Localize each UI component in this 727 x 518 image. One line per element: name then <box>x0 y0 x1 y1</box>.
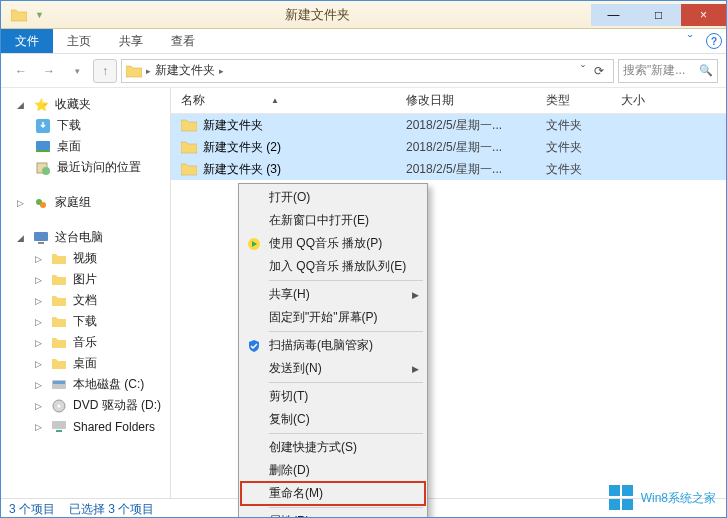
tri-closed-icon: ▷ <box>35 317 45 327</box>
address-dropdown-icon[interactable]: ˇ <box>581 64 585 78</box>
ctx-create-shortcut[interactable]: 创建快捷方式(S) <box>241 436 425 459</box>
sidebar-item-documents[interactable]: ▷文档 <box>1 290 170 311</box>
tri-closed-icon: ▷ <box>35 254 45 264</box>
sidebar-item-desktop[interactable]: 桌面 <box>1 136 170 157</box>
ctx-separator <box>269 280 423 281</box>
close-button[interactable]: × <box>681 4 726 26</box>
ctx-cut[interactable]: 剪切(T) <box>241 385 425 408</box>
ctx-send-to[interactable]: 发送到(N)▶ <box>241 357 425 380</box>
shield-icon <box>246 338 262 354</box>
search-icon: 🔍 <box>699 64 713 77</box>
submenu-arrow-icon: ▶ <box>412 290 419 300</box>
ribbon-expand-icon[interactable]: ˇ <box>678 29 702 53</box>
tab-view[interactable]: 查看 <box>157 29 209 53</box>
svg-rect-7 <box>34 232 48 241</box>
forward-button[interactable]: → <box>37 59 61 83</box>
ctx-delete[interactable]: 删除(D) <box>241 459 425 482</box>
drive-icon <box>51 377 67 393</box>
sidebar-this-pc[interactable]: ◢这台电脑 <box>1 227 170 248</box>
sidebar-item-desktop2[interactable]: ▷桌面 <box>1 353 170 374</box>
file-row[interactable]: 新建文件夹 (3) 2018/2/5/星期一... 文件夹 <box>171 158 726 180</box>
column-headers: 名称▲ 修改日期 类型 大小 <box>171 88 726 114</box>
help-icon[interactable]: ? <box>702 29 726 53</box>
qq-music-icon <box>246 236 262 252</box>
sidebar-item-music[interactable]: ▷音乐 <box>1 332 170 353</box>
watermark: Win8系统之家 <box>609 485 716 511</box>
selection-count: 已选择 3 个项目 <box>69 501 154 518</box>
up-button[interactable]: ↑ <box>93 59 117 83</box>
folder-icon <box>51 272 67 288</box>
sidebar-item-dvd[interactable]: ▷DVD 驱动器 (D:) <box>1 395 170 416</box>
maximize-button[interactable]: □ <box>636 4 681 26</box>
ctx-separator <box>269 331 423 332</box>
sidebar-item-videos[interactable]: ▷视频 <box>1 248 170 269</box>
svg-rect-13 <box>52 421 66 429</box>
tri-closed-icon: ▷ <box>35 296 45 306</box>
ctx-separator <box>269 382 423 383</box>
caret-down-icon[interactable]: ▼ <box>35 10 44 20</box>
sidebar-item-pictures[interactable]: ▷图片 <box>1 269 170 290</box>
download-icon <box>35 118 51 134</box>
col-size[interactable]: 大小 <box>621 92 691 109</box>
star-icon: ⭐ <box>33 97 49 113</box>
refresh-icon[interactable]: ⟳ <box>589 64 609 78</box>
tab-share[interactable]: 共享 <box>105 29 157 53</box>
col-date[interactable]: 修改日期 <box>406 92 546 109</box>
tri-closed-icon: ▷ <box>35 401 45 411</box>
folder-app-icon <box>9 5 29 25</box>
ctx-share[interactable]: 共享(H)▶ <box>241 283 425 306</box>
folder-icon <box>51 251 67 267</box>
tri-closed-icon: ▷ <box>35 422 45 432</box>
ctx-separator <box>269 433 423 434</box>
ctx-rename[interactable]: 重命名(M) <box>241 482 425 505</box>
file-row[interactable]: 新建文件夹 2018/2/5/星期一... 文件夹 <box>171 114 726 136</box>
sidebar-item-downloads[interactable]: 下载 <box>1 115 170 136</box>
minimize-button[interactable]: — <box>591 4 636 26</box>
sidebar-item-downloads2[interactable]: ▷下载 <box>1 311 170 332</box>
item-count: 3 个项目 <box>9 501 55 518</box>
sidebar-homegroup[interactable]: ▷家庭组 <box>1 192 170 213</box>
ctx-qq-queue[interactable]: 加入 QQ音乐 播放队列(E) <box>241 255 425 278</box>
svg-rect-1 <box>36 141 50 150</box>
col-type[interactable]: 类型 <box>546 92 621 109</box>
tri-closed-icon: ▷ <box>35 275 45 285</box>
breadcrumb-segment[interactable]: 新建文件夹 <box>155 62 215 79</box>
chevron-right-icon[interactable]: ▸ <box>219 66 224 76</box>
file-tab[interactable]: 文件 <box>1 29 53 53</box>
folder-icon <box>181 161 197 177</box>
tri-open-icon: ◢ <box>17 100 27 110</box>
ribbon-tabs: 文件 主页 共享 查看 ˇ ? <box>1 29 726 54</box>
sidebar-item-disk-c[interactable]: ▷本地磁盘 (C:) <box>1 374 170 395</box>
title-bar: ▼ 新建文件夹 — □ × <box>1 1 726 29</box>
search-input[interactable]: 搜索"新建... 🔍 <box>618 59 718 83</box>
folder-icon <box>126 63 142 79</box>
chevron-right-icon[interactable]: ▸ <box>146 66 151 76</box>
svg-rect-2 <box>36 150 50 152</box>
col-name[interactable]: 名称▲ <box>171 92 406 109</box>
sidebar-item-recent[interactable]: 最近访问的位置 <box>1 157 170 178</box>
history-dropdown-icon[interactable]: ▾ <box>65 59 89 83</box>
ctx-qq-play[interactable]: 使用 QQ音乐 播放(P) <box>241 232 425 255</box>
ctx-pin-start[interactable]: 固定到"开始"屏幕(P) <box>241 306 425 329</box>
homegroup-icon <box>33 195 49 211</box>
ctx-scan-virus[interactable]: 扫描病毒(电脑管家) <box>241 334 425 357</box>
ctx-open-new-window[interactable]: 在新窗口中打开(E) <box>241 209 425 232</box>
svg-point-4 <box>42 167 50 175</box>
tab-home[interactable]: 主页 <box>53 29 105 53</box>
address-bar[interactable]: ▸ 新建文件夹 ▸ ˇ ⟳ <box>121 59 614 83</box>
ctx-copy[interactable]: 复制(C) <box>241 408 425 431</box>
tri-closed-icon: ▷ <box>35 338 45 348</box>
back-button[interactable]: ← <box>9 59 33 83</box>
folder-icon <box>51 335 67 351</box>
sidebar-favorites[interactable]: ◢⭐收藏夹 <box>1 94 170 115</box>
file-row[interactable]: 新建文件夹 (2) 2018/2/5/星期一... 文件夹 <box>171 136 726 158</box>
sidebar-item-shared[interactable]: ▷Shared Folders <box>1 416 170 437</box>
svg-rect-8 <box>38 242 44 244</box>
ctx-open[interactable]: 打开(O) <box>241 186 425 209</box>
desktop-icon <box>35 139 51 155</box>
folder-icon <box>51 293 67 309</box>
windows-logo-icon <box>609 485 635 511</box>
ctx-properties[interactable]: 属性(R) <box>241 510 425 518</box>
navigation-bar: ← → ▾ ↑ ▸ 新建文件夹 ▸ ˇ ⟳ 搜索"新建... 🔍 <box>1 54 726 88</box>
sidebar: ◢⭐收藏夹 下载 桌面 最近访问的位置 ▷家庭组 ◢这台电脑 ▷视频 ▷图片 ▷… <box>1 88 171 498</box>
